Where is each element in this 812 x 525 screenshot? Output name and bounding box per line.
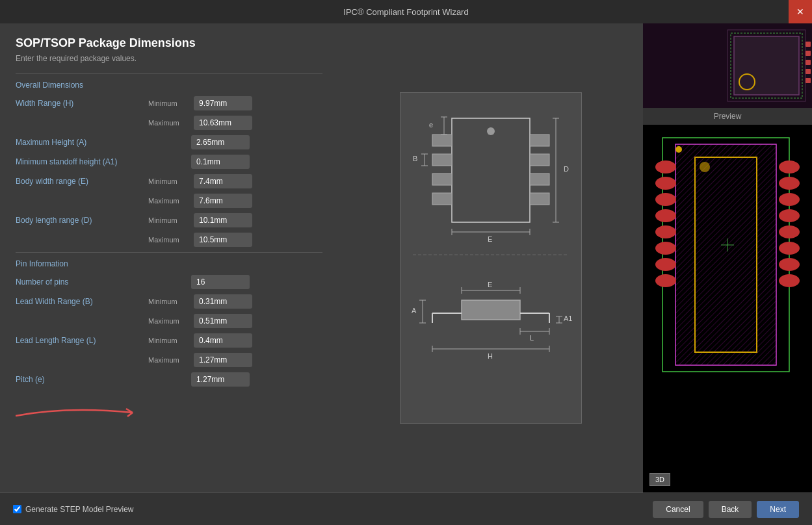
max-height-row: Maximum Height (A) [16,135,322,149]
width-min-input[interactable] [194,96,252,110]
width-max-label: Maximum [148,119,194,127]
max-height-input[interactable] [191,135,250,149]
num-pins-row: Number of pins [16,275,322,289]
svg-point-78 [779,209,800,222]
svg-point-70 [655,209,676,222]
width-range-max-row: Maximum [16,116,322,130]
svg-point-82 [779,274,800,287]
svg-point-68 [655,177,676,190]
body-width-max-label: Maximum [148,197,194,205]
svg-rect-9 [530,193,549,205]
svg-rect-5 [432,193,452,205]
svg-text:e: e [429,121,433,129]
width-range-label: Width Range (H) [16,99,146,108]
page-subtitle: Enter the required package values. [16,54,322,63]
lead-width-max-row: Maximum [16,314,322,328]
section-pin-information: Pin Information [16,259,322,268]
body-length-max-label: Maximum [148,236,194,244]
svg-text:E: E [488,281,492,288]
svg-point-79 [779,225,800,238]
svg-text:E: E [488,235,492,243]
num-pins-label: Number of pins [16,277,191,287]
generate-step-text: Generate STEP Model Preview [25,505,134,514]
page-title: SOP/TSOP Package Dimensions [16,36,322,50]
width-range-row: Width Range (H) Minimum [16,96,322,110]
bottom-buttons: Cancel Back Next [653,501,799,518]
body-width-max-row: Maximum [16,194,322,208]
min-standoff-input[interactable] [191,155,250,169]
svg-point-73 [655,258,676,271]
body-length-min-input[interactable] [194,213,252,227]
body-width-max-input[interactable] [194,194,252,208]
svg-rect-4 [432,173,452,185]
svg-point-86 [700,162,710,172]
svg-rect-2 [432,134,452,146]
pcb-preview-main: 3D [643,125,812,493]
svg-text:A1: A1 [564,314,572,322]
svg-rect-64 [675,144,776,365]
lead-width-min-label: Minimum [148,298,194,305]
pitch-row: Pitch (e) [16,372,322,387]
generate-step-checkbox[interactable] [13,505,21,513]
pcb-preview-svg [643,125,812,391]
svg-rect-8 [530,173,549,185]
svg-point-80 [779,242,800,255]
svg-point-77 [779,193,800,206]
lead-length-min-label: Minimum [148,337,194,344]
next-button[interactable]: Next [757,501,799,518]
preview-thumbnail [643,23,812,108]
arrow-decoration [16,400,322,419]
body-length-max-row: Maximum [16,233,322,247]
cancel-button[interactable]: Cancel [653,501,703,518]
lead-width-max-label: Maximum [148,317,194,325]
svg-text:H: H [488,352,493,360]
divider-2 [16,252,322,253]
lead-width-min-input[interactable] [194,294,252,309]
svg-point-75 [779,160,800,173]
num-pins-input[interactable] [191,275,250,289]
body-length-min-row: Body length range (D) Minimum [16,213,322,227]
lead-length-max-row: Maximum [16,353,322,367]
right-panel: Preview [643,23,812,493]
pitch-input[interactable] [191,372,250,387]
lead-length-max-input[interactable] [194,353,252,367]
title-bar: IPC® Compliant Footprint Wizard ✕ [0,0,812,23]
svg-rect-54 [734,36,799,95]
body-length-max-input[interactable] [194,233,252,247]
close-button[interactable]: ✕ [789,0,812,23]
back-button[interactable]: Back [709,501,752,518]
3d-button[interactable]: 3D [649,473,670,486]
lead-length-min-row: Lead Length Range (L) Minimum [16,333,322,348]
svg-point-74 [655,274,676,287]
lead-length-max-label: Maximum [148,356,194,364]
svg-rect-59 [805,78,811,83]
diagram-box: D E B e [400,92,582,424]
min-standoff-row: Minimum standoff height (A1) [16,155,322,169]
svg-text:D: D [564,165,569,173]
svg-rect-58 [805,69,811,74]
lead-width-min-row: Lead Width Range (B) Minimum [16,294,322,309]
lead-width-max-input[interactable] [194,314,252,328]
body-width-min-input[interactable] [194,174,252,188]
width-max-input[interactable] [194,116,252,130]
svg-rect-56 [805,51,811,56]
svg-rect-3 [432,154,452,166]
middle-panel: D E B e [338,23,643,493]
svg-rect-6 [530,134,549,146]
thumbnail-svg [643,23,812,108]
svg-text:A: A [412,307,417,314]
svg-rect-7 [530,154,549,166]
left-panel: SOP/TSOP Package Dimensions Enter the re… [0,23,338,493]
red-arrow-svg [16,400,146,419]
lead-width-label: Lead Width Range (B) [16,297,146,306]
generate-step-label[interactable]: Generate STEP Model Preview [13,505,134,514]
window-title: IPC® Compliant Footprint Wizard [343,7,468,17]
width-min-label: Minimum [148,99,194,107]
svg-point-72 [655,242,676,255]
body-width-label: Body width range (E) [16,177,146,186]
svg-point-67 [655,160,676,173]
lead-length-min-input[interactable] [194,333,252,348]
svg-rect-55 [805,42,811,47]
preview-label: Preview [643,108,812,125]
pitch-label: Pitch (e) [16,375,191,384]
